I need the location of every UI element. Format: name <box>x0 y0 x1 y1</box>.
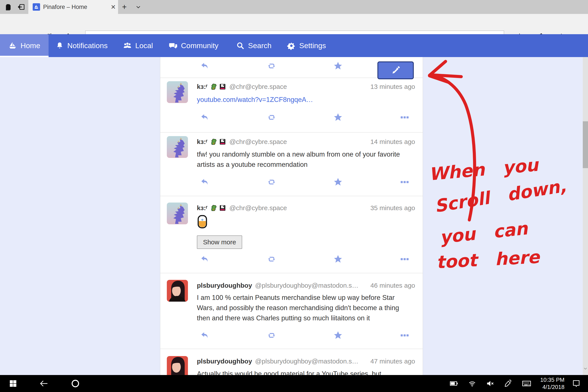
boost-icon[interactable] <box>266 61 276 71</box>
show-more-button[interactable]: Show more <box>197 236 242 249</box>
scroll-down-chevron-icon[interactable] <box>583 366 588 371</box>
toot-handle[interactable]: @chr@cybre.space <box>229 83 287 90</box>
toot-username[interactable]: plsburydoughboy <box>197 282 252 289</box>
boost-icon[interactable] <box>266 254 276 264</box>
toot-link[interactable]: youtube.com/watch?v=1ZCF8ngqeA… <box>197 94 415 105</box>
reply-icon[interactable] <box>200 61 210 71</box>
toot-header: plsburydoughboy @plsburydoughboy@mastodo… <box>197 281 358 290</box>
start-button[interactable] <box>6 375 20 392</box>
nav-label: Notifications <box>67 42 108 50</box>
favorite-star-icon[interactable] <box>333 61 343 71</box>
battery-icon[interactable] <box>448 375 460 392</box>
browser-tab[interactable]: Pinafore – Home ✕ <box>28 0 118 14</box>
pen-icon[interactable] <box>502 375 514 392</box>
avatar[interactable] <box>167 81 188 103</box>
nav-label: Search <box>248 42 272 50</box>
touch-keyboard-icon[interactable] <box>520 375 534 392</box>
toot: plsburydoughboy @plsburydoughboy@mastodo… <box>160 349 423 375</box>
browser-tab-bar: Pinafore – Home ✕ + <box>0 0 588 14</box>
screen: Pinafore – Home ✕ + https://dev.pinafore… <box>0 0 588 392</box>
avatar[interactable] <box>167 136 188 158</box>
more-options-icon[interactable] <box>400 112 410 122</box>
username-emojis <box>210 138 226 146</box>
toot-timestamp[interactable]: 14 minutes ago <box>370 138 415 146</box>
nav-item-settings[interactable]: Settings <box>287 34 326 57</box>
boost-icon[interactable] <box>266 112 276 122</box>
volume-muted-icon[interactable] <box>484 375 496 392</box>
reply-icon[interactable] <box>200 112 210 122</box>
reply-icon[interactable] <box>200 330 210 340</box>
taskbar-clock[interactable]: 10:35 PM 4/1/2018 <box>536 375 564 392</box>
tab-list-chevron-icon[interactable] <box>133 2 143 12</box>
dragon-emoji <box>210 138 217 146</box>
nav-item-community[interactable]: Community <box>169 34 218 57</box>
toot: kз:ʳ @chr@cybre.space 14 minutes ago tfw… <box>160 133 423 196</box>
drink-glass-emoji <box>197 215 207 228</box>
bell-icon <box>56 42 64 50</box>
nav-item-notifications[interactable]: Notifications <box>56 34 108 57</box>
nav-label: Local <box>135 42 153 50</box>
reply-icon[interactable] <box>200 254 210 264</box>
scrollbar[interactable] <box>583 57 588 375</box>
wifi-icon[interactable] <box>466 375 478 392</box>
more-options-icon[interactable] <box>400 330 410 340</box>
sailboat-icon <box>8 42 17 50</box>
toot-username[interactable]: kз:ʳ <box>197 204 208 212</box>
scrollbar-thumb[interactable] <box>583 121 588 168</box>
favorite-star-icon[interactable] <box>333 254 343 264</box>
toot-username[interactable]: kз:ʳ <box>197 138 208 146</box>
boost-icon[interactable] <box>266 177 276 187</box>
set-aside-tabs-icon[interactable] <box>4 2 14 12</box>
toot: plsburydoughboy @plsburydoughboy@mastodo… <box>160 273 423 349</box>
search-icon <box>236 42 244 50</box>
people-icon <box>123 42 132 50</box>
cortana-button[interactable] <box>69 375 82 392</box>
more-options-icon[interactable] <box>400 254 410 264</box>
tab-preview-icon[interactable] <box>16 2 26 12</box>
toot-header: kз:ʳ @chr@cybre.space <box>197 138 287 146</box>
new-tab-icon[interactable]: + <box>119 2 129 12</box>
toot-text: I am 100 % certain Peanuts merchandise b… <box>197 292 414 323</box>
toot-handle[interactable]: @chr@cybre.space <box>229 204 287 212</box>
floppy-disk-emoji <box>219 138 226 146</box>
tab-close-icon[interactable]: ✕ <box>108 2 118 12</box>
timeline: kз:ʳ @chr@cybre.space 13 minutes ago you… <box>160 57 423 375</box>
nav-item-home[interactable]: Home <box>0 34 48 57</box>
toot-handle[interactable]: @plsburydoughboy@mastodon.s… <box>255 358 358 365</box>
more-options-icon[interactable] <box>400 177 410 187</box>
toot-timestamp[interactable]: 47 minutes ago <box>370 357 415 366</box>
toot-text: tfw! you randomly stumble on a new album… <box>197 149 410 170</box>
address-bar-row: https://dev.pinafore.social/ <box>0 14 588 34</box>
toot-username[interactable]: kз:ʳ <box>197 83 208 90</box>
boost-icon[interactable] <box>266 330 276 340</box>
toot-handle[interactable]: @plsburydoughboy@mastodon.s… <box>255 282 358 289</box>
toot-username[interactable]: plsburydoughboy <box>197 358 252 365</box>
toot-timestamp[interactable]: 13 minutes ago <box>370 82 415 91</box>
taskbar-back-button[interactable] <box>38 375 50 392</box>
nav-item-local[interactable]: Local <box>123 34 153 57</box>
action-center-icon[interactable] <box>570 375 583 392</box>
toot-timestamp[interactable]: 35 minutes ago <box>370 204 415 212</box>
nav-label: Home <box>20 42 40 50</box>
username-emojis <box>210 204 226 212</box>
favorite-star-icon[interactable] <box>333 112 343 122</box>
dragon-emoji <box>210 83 217 90</box>
toot-timestamp[interactable]: 46 minutes ago <box>370 281 415 290</box>
compose-toot-button[interactable] <box>378 62 414 79</box>
favorite-star-icon[interactable] <box>333 330 343 340</box>
avatar[interactable] <box>167 280 188 302</box>
favorite-star-icon[interactable] <box>333 177 343 187</box>
toot-header: kз:ʳ @chr@cybre.space <box>197 204 287 212</box>
reply-icon[interactable] <box>200 177 210 187</box>
floppy-disk-emoji <box>219 83 226 90</box>
toot-header: plsburydoughboy @plsburydoughboy@mastodo… <box>197 357 358 366</box>
nav-item-search[interactable]: Search <box>236 34 272 57</box>
toot-header: kз:ʳ @chr@cybre.space <box>197 82 287 91</box>
toot-handle[interactable]: @chr@cybre.space <box>229 138 287 146</box>
avatar[interactable] <box>167 202 188 224</box>
pinafore-favicon <box>33 3 40 11</box>
dragon-emoji <box>210 204 217 212</box>
avatar[interactable] <box>167 356 188 375</box>
floppy-disk-emoji <box>219 204 226 212</box>
username-emojis <box>210 83 226 90</box>
